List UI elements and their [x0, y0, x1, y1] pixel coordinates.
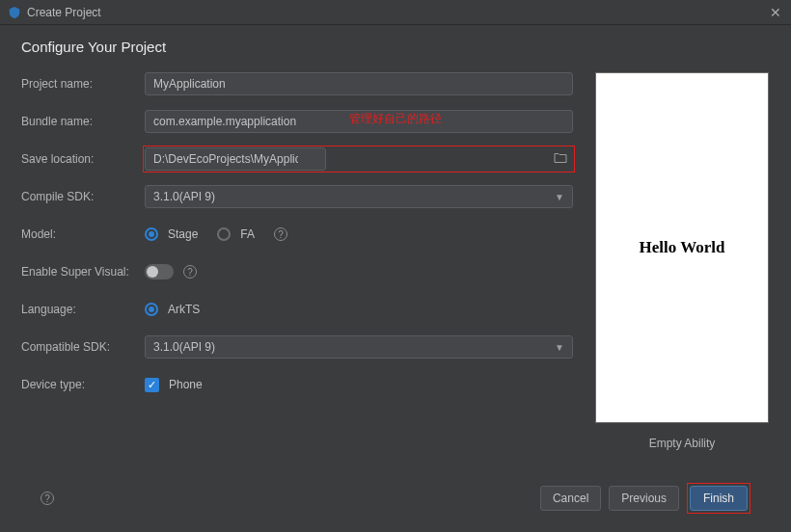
chevron-down-icon: ▼ [555, 192, 564, 202]
label-project-name: Project name: [21, 77, 145, 91]
super-visual-toggle[interactable] [145, 264, 174, 279]
label-super-visual: Enable Super Visual: [21, 265, 145, 279]
previous-button[interactable]: Previous [609, 486, 679, 511]
compatible-sdk-value: 3.1.0(API 9) [153, 340, 215, 354]
titlebar-left: Create Project [8, 6, 101, 19]
label-save-location: Save location: [21, 152, 145, 166]
radio-label-stage: Stage [168, 227, 198, 241]
preview-caption: Empty Ability [649, 437, 716, 450]
footer-buttons: Cancel Previous Finish [540, 483, 750, 514]
radio-language-arkts[interactable] [145, 303, 158, 316]
label-compatible-sdk: Compatible SDK: [21, 340, 145, 354]
app-logo-icon [8, 6, 21, 19]
checkbox-label-phone: Phone [169, 378, 203, 391]
row-super-visual: Enable Super Visual: ? [21, 260, 573, 283]
chevron-down-icon: ▼ [555, 342, 564, 353]
row-compatible-sdk: Compatible SDK: 3.1.0(API 9) ▼ [21, 335, 573, 359]
window-title: Create Project [27, 6, 101, 19]
close-icon[interactable]: ✕ [770, 5, 781, 20]
annotation-text: 管理好自己的路径 [349, 111, 442, 127]
compile-sdk-value: 3.1.0(API 9) [153, 190, 215, 203]
row-model: Model: Stage FA ? [21, 223, 573, 246]
titlebar: Create Project ✕ [0, 0, 791, 25]
label-language: Language: [21, 303, 145, 316]
row-language: Language: ArkTS [21, 298, 573, 321]
finish-button[interactable]: Finish [690, 486, 748, 511]
device-preview: Hello World [595, 72, 769, 423]
preview-column: Hello World Empty Ability [594, 72, 770, 474]
highlight-finish: Finish [687, 483, 750, 514]
content-area: Configure Your Project Project name: Bun… [0, 25, 791, 532]
previous-label: Previous [621, 492, 667, 505]
label-model: Model: [21, 227, 145, 241]
row-compile-sdk: Compile SDK: 3.1.0(API 9) ▼ [21, 185, 573, 208]
radio-model-fa[interactable] [217, 227, 231, 241]
cancel-button[interactable]: Cancel [540, 486, 601, 511]
browse-folder-icon[interactable] [554, 152, 567, 167]
toggle-knob [147, 266, 158, 278]
footer: ? Cancel Previous Finish [21, 474, 770, 522]
compatible-sdk-select[interactable]: 3.1.0(API 9) ▼ [145, 335, 573, 359]
radio-label-fa: FA [240, 227, 255, 241]
form-column: Project name: Bundle name: Save location… [21, 72, 573, 474]
preview-text: Hello World [640, 238, 725, 257]
label-compile-sdk: Compile SDK: [21, 190, 145, 203]
label-device-type: Device type: [21, 378, 145, 391]
row-bundle-name: Bundle name: [21, 110, 573, 133]
help-icon[interactable]: ? [183, 265, 197, 279]
finish-label: Finish [703, 492, 734, 505]
row-device-type: Device type: ✓ Phone [21, 373, 573, 396]
cancel-label: Cancel [553, 492, 588, 505]
save-location-input[interactable] [145, 147, 326, 171]
row-project-name: Project name: [21, 72, 573, 95]
compile-sdk-select[interactable]: 3.1.0(API 9) ▼ [145, 185, 573, 208]
row-save-location: Save location: [21, 147, 573, 171]
radio-model-stage[interactable] [145, 227, 158, 241]
window: Create Project ✕ Configure Your Project … [0, 0, 791, 532]
label-bundle-name: Bundle name: [21, 115, 145, 128]
help-icon[interactable]: ? [41, 492, 54, 505]
page-title: Configure Your Project [21, 39, 770, 55]
radio-label-arkts: ArkTS [168, 303, 200, 316]
help-icon[interactable]: ? [274, 227, 287, 241]
columns: Project name: Bundle name: Save location… [21, 72, 770, 474]
project-name-input[interactable] [145, 72, 573, 95]
checkbox-phone[interactable]: ✓ [145, 378, 159, 392]
